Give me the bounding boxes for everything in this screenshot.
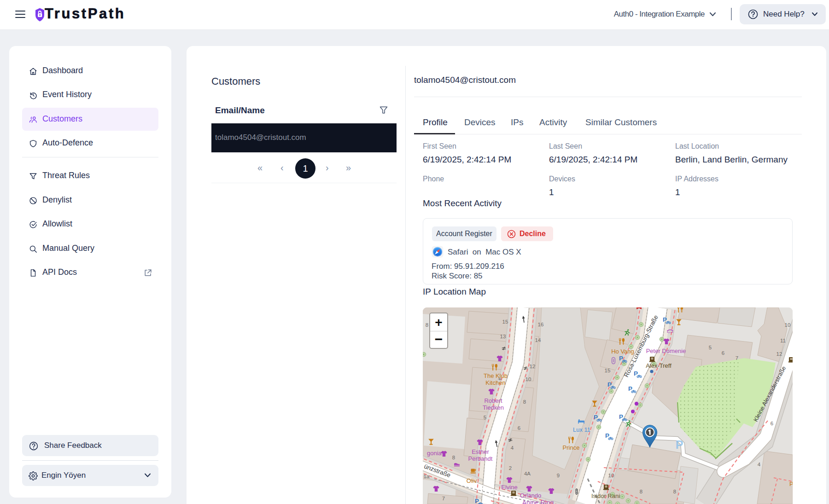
svg-text:8: 8 [673,489,676,494]
svg-text:Pr: Pr [789,481,793,487]
svg-text:P: P [605,432,609,439]
svg-text:Isidor Rani: Isidor Rani [591,492,620,499]
svg-text:Perbandt: Perbandt [468,455,493,462]
svg-text:P: P [663,316,667,323]
svg-text:P: P [619,355,623,362]
svg-text:6: 6 [722,350,724,356]
svg-text:15: 15 [605,368,611,373]
svg-text:11: 11 [780,338,786,343]
svg-text:10: 10 [525,377,531,382]
svg-text:10: 10 [608,473,614,478]
svg-text:Peter Domenie: Peter Domenie [646,348,686,354]
svg-text:Orlando: Orlando [520,492,541,499]
svg-text:The Klub: The Klub [484,372,508,379]
svg-text:6: 6 [771,421,773,426]
svg-text:10: 10 [785,322,791,328]
svg-text:4A: 4A [524,471,531,476]
svg-text:P: P [628,385,632,392]
svg-text:4: 4 [758,462,761,467]
svg-text:Esther: Esther [472,448,489,455]
svg-text:8: 8 [452,455,455,460]
svg-text:7: 7 [736,355,738,361]
svg-text:Lux 11: Lux 11 [573,426,590,433]
svg-text:Oliv: Oliv [467,477,477,484]
svg-text:Ho Vang: Ho Vang [611,348,634,355]
svg-text:13: 13 [500,334,506,339]
svg-text:Kitchen: Kitchen [485,379,505,386]
svg-text:P: P [607,381,612,388]
svg-text:15: 15 [502,319,508,324]
svg-text:P: P [475,498,479,504]
svg-text:Prince: Prince [563,444,580,451]
svg-text:6: 6 [518,425,520,431]
svg-text:4: 4 [511,445,514,451]
svg-text:14: 14 [535,337,541,343]
svg-text:P: P [594,414,598,421]
svg-text:P: P [634,370,638,377]
svg-text:2: 2 [509,465,512,471]
svg-text:P: P [619,413,623,420]
svg-text:Tiedken: Tiedken [483,404,504,411]
svg-text:12: 12 [776,351,782,357]
svg-text:Robert: Robert [484,397,502,404]
svg-text:9: 9 [557,473,560,478]
svg-text:8: 8 [426,322,428,328]
svg-text:Elvine: Elvine [501,484,517,491]
svg-text:5: 5 [484,415,486,420]
svg-text:P: P [676,438,683,451]
svg-text:1a: 1a [424,474,430,479]
svg-text:8: 8 [523,399,526,405]
svg-text:Alex-Treff: Alex-Treff [646,362,671,369]
svg-text:16: 16 [538,322,544,327]
svg-text:gonia: gonia [427,450,442,457]
svg-text:12: 12 [530,364,536,369]
svg-text:Anine Ring: Anine Ring [522,499,554,504]
svg-text:5: 5 [709,345,712,350]
svg-text:8: 8 [640,489,642,494]
svg-text:7: 7 [442,496,445,501]
